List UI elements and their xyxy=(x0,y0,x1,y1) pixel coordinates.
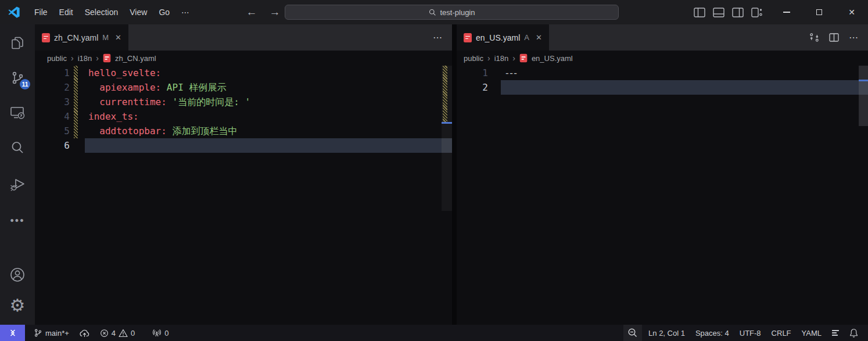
tab-zh-cn-yaml[interactable]: zh_CN.yaml M ✕ xyxy=(35,24,128,51)
tab-close-button[interactable]: ✕ xyxy=(536,33,542,42)
eol-label: CRLF xyxy=(772,329,791,338)
warning-icon xyxy=(119,329,128,338)
search-icon xyxy=(429,9,436,16)
line-number: 1 xyxy=(457,66,488,80)
code-line-current: 6 xyxy=(35,138,452,153)
yaml-key: index_ts: xyxy=(88,111,139,122)
split-editor-icon[interactable] xyxy=(829,33,839,42)
code-editor-en-us[interactable]: 1 --- 2 xyxy=(457,66,868,325)
breadcrumb-file[interactable]: en_US.yaml xyxy=(532,54,573,63)
sidebar-item-run-debug[interactable] xyxy=(0,170,35,200)
remote-indicator[interactable] xyxy=(0,325,25,341)
sidebar-item-remote-explorer[interactable] xyxy=(0,98,35,128)
line-number-active: 6 xyxy=(35,138,70,153)
yaml-key: hello_svelte: xyxy=(88,67,161,78)
line-number: 5 xyxy=(35,124,70,138)
zoom-out-button[interactable] xyxy=(623,325,642,341)
customize-layout-button[interactable] xyxy=(750,6,763,19)
chevron-right-icon: › xyxy=(96,53,99,63)
ports-item[interactable]: 0 xyxy=(148,325,173,341)
code-editor-zh-cn[interactable]: 1 hello_svelte: 2 apiexample: API 样例展示 3… xyxy=(35,66,452,325)
compare-changes-icon[interactable] xyxy=(809,33,819,42)
breadcrumb-folder[interactable]: i18n xyxy=(494,54,509,63)
sidebar-item-search[interactable] xyxy=(0,132,35,163)
sidebar-item-source-control[interactable]: 11 xyxy=(0,63,35,93)
yaml-value: API 样例展示 xyxy=(161,82,226,93)
account-icon xyxy=(9,267,26,283)
menu-item-go[interactable]: Go xyxy=(153,4,175,20)
code-line: 4 index_ts: xyxy=(35,109,452,124)
settings-button[interactable]: ⚙ xyxy=(0,290,35,320)
minimize-button[interactable] xyxy=(770,0,803,24)
publish-changes-button[interactable] xyxy=(76,325,94,341)
editor-actions-left: ⋯ xyxy=(424,24,452,51)
yaml-value: 添加到顶栏当中 xyxy=(167,125,238,137)
toggle-panel-button[interactable] xyxy=(712,6,725,19)
problems-item[interactable]: 4 0 xyxy=(96,325,139,341)
yaml-key: addtotopbar: xyxy=(88,125,167,137)
accounts-button[interactable] xyxy=(0,260,35,290)
notifications-item[interactable] xyxy=(845,325,862,341)
warning-count: 0 xyxy=(131,329,135,338)
breadcrumb-folder[interactable]: public xyxy=(47,54,67,63)
status-bar: main*+ 4 0 xyxy=(0,325,868,341)
indentation-item[interactable]: Spaces: 4 xyxy=(691,325,733,341)
close-window-button[interactable]: ✕ xyxy=(835,0,868,24)
line-number: 4 xyxy=(35,109,70,124)
more-actions-button[interactable]: ⋯ xyxy=(849,32,859,43)
chevron-right-icon: › xyxy=(487,53,490,63)
tab-label: zh_CN.yaml xyxy=(54,33,98,42)
maximize-button[interactable] xyxy=(803,0,835,24)
menu-item-more[interactable]: ⋯ xyxy=(175,4,195,20)
breadcrumb-file[interactable]: zh_CN.yaml xyxy=(115,54,156,63)
overview-ruler-right[interactable] xyxy=(859,66,868,325)
go-back-button[interactable]: ← xyxy=(244,6,259,19)
menu-item-selection[interactable]: Selection xyxy=(79,4,124,20)
yaml-doc-separator: --- xyxy=(504,67,517,78)
eol-item[interactable]: CRLF xyxy=(767,325,795,341)
line-number: 3 xyxy=(35,95,70,109)
formatter-icon xyxy=(832,330,839,336)
overview-ruler-left[interactable] xyxy=(442,66,452,325)
branch-item[interactable]: main*+ xyxy=(30,325,73,341)
menu-item-edit[interactable]: Edit xyxy=(53,4,79,20)
yaml-file-icon xyxy=(520,54,528,62)
cursor-position-item[interactable]: Ln 2, Col 1 xyxy=(644,325,689,341)
more-actions-button[interactable]: ⋯ xyxy=(433,32,443,43)
source-control-badge: 11 xyxy=(20,79,30,89)
history-navigation: ← → xyxy=(244,0,282,24)
breadcrumb-folder[interactable]: public xyxy=(464,54,483,63)
more-views-icon: ••• xyxy=(10,215,25,227)
breadcrumb-folder[interactable]: i18n xyxy=(78,54,92,63)
menu-item-view[interactable]: View xyxy=(124,4,153,20)
tab-close-button[interactable]: ✕ xyxy=(115,33,121,42)
ruler-currentline-band xyxy=(442,138,452,153)
language-mode-item[interactable]: YAML xyxy=(798,325,826,341)
gear-icon: ⚙ xyxy=(10,295,26,315)
sidebar-item-explorer[interactable] xyxy=(0,28,35,58)
command-center-search[interactable]: test-plugin xyxy=(285,5,619,20)
minimize-icon xyxy=(783,12,790,12)
git-branch-icon xyxy=(34,328,42,338)
indentation-label: Spaces: 4 xyxy=(695,329,729,338)
layout-controls xyxy=(693,0,763,24)
code-line: 5 addtotopbar: 添加到顶栏当中 xyxy=(35,124,452,138)
search-sidebar-icon xyxy=(10,140,25,155)
tab-bar-right: en_US.yaml A ✕ ⋯ xyxy=(457,24,868,51)
editor-group-divider[interactable] xyxy=(452,24,457,325)
breadcrumb-right: public › i18n › en_US.yaml xyxy=(457,51,868,66)
toggle-secondary-sidebar-button[interactable] xyxy=(731,6,744,19)
go-forward-button[interactable]: → xyxy=(267,6,282,19)
toggle-primary-sidebar-button[interactable] xyxy=(693,6,706,19)
menu-item-file[interactable]: File xyxy=(28,4,53,20)
yaml-file-icon xyxy=(464,33,472,42)
scrollbar-slider[interactable] xyxy=(859,66,868,126)
encoding-item[interactable]: UTF-8 xyxy=(736,325,765,341)
ruler-cursor-marker xyxy=(859,80,868,81)
sidebar-item-more[interactable]: ••• xyxy=(0,206,35,236)
explorer-icon xyxy=(10,35,25,51)
ruler-currentline-band xyxy=(859,80,868,95)
formatter-item[interactable] xyxy=(828,325,843,341)
tab-en-us-yaml[interactable]: en_US.yaml A ✕ xyxy=(457,24,549,51)
editor-group-left: zh_CN.yaml M ✕ ⋯ public › i18n › zh_CN.y… xyxy=(35,24,452,325)
